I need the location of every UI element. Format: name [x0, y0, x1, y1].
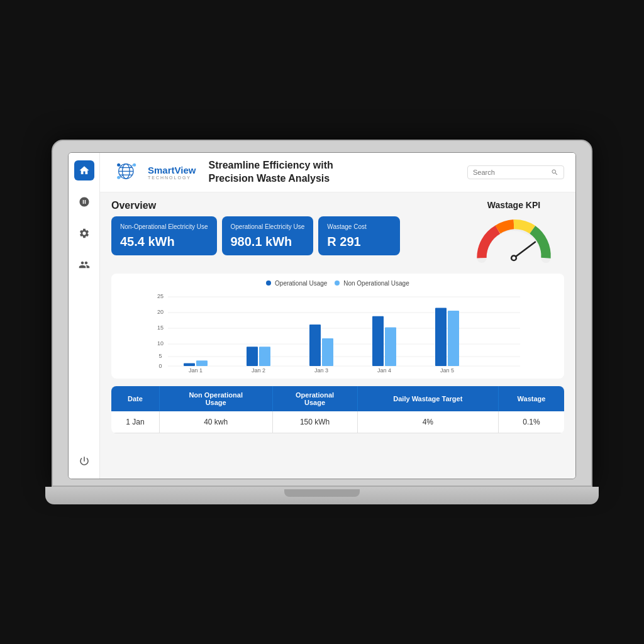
- chart-svg: 25 20 15 10 5 0: [118, 291, 558, 372]
- data-table: Date Non OperationalUsage OperationalUsa…: [111, 386, 564, 433]
- svg-rect-35: [448, 311, 459, 366]
- chart-area: 25 20 15 10 5 0: [118, 291, 558, 372]
- kpi-cards: Non-Operational Electricity Use 45.4 kWh…: [111, 216, 453, 255]
- kpi-card-non-op-value: 45.4 kWh: [120, 235, 208, 249]
- sidebar-icon-power[interactable]: [74, 451, 94, 471]
- svg-text:20: 20: [157, 309, 164, 315]
- legend-non-operational: Non Operational Usage: [335, 280, 409, 287]
- laptop-notch: [284, 489, 360, 497]
- svg-text:10: 10: [157, 340, 164, 347]
- svg-text:Jan 1: Jan 1: [189, 367, 203, 372]
- svg-rect-30: [309, 325, 321, 366]
- logo-brand: SmartView: [148, 165, 196, 175]
- table-header: Date Non OperationalUsage OperationalUsa…: [111, 386, 564, 411]
- logo-subtext: TECHNOLOGY: [148, 175, 196, 180]
- kpi-card-op-label: Operational Electricity Use: [231, 223, 305, 231]
- col-non-op: Non OperationalUsage: [159, 386, 272, 411]
- cell-op: 150 kWh: [272, 411, 357, 433]
- sidebar-icon-users[interactable]: [74, 255, 94, 275]
- wastage-kpi-title: Wastage KPI: [487, 200, 540, 210]
- col-date: Date: [111, 386, 159, 411]
- svg-rect-28: [247, 347, 258, 366]
- chart-legend: Operational Usage Non Operational Usage: [118, 280, 558, 287]
- kpi-card-non-op-label: Non-Operational Electricity Use: [120, 223, 208, 231]
- page-title: Streamline Efficiency with Precision Was…: [208, 159, 467, 186]
- svg-text:5: 5: [158, 353, 162, 359]
- svg-point-13: [512, 256, 515, 259]
- svg-rect-32: [372, 316, 384, 365]
- search-box[interactable]: [467, 165, 564, 179]
- svg-point-6: [133, 164, 136, 167]
- table-row: 1 Jan 40 kwh 150 kWh 4% 0.1%: [111, 411, 564, 433]
- col-target: Daily Wastage Target: [357, 386, 498, 411]
- kpi-card-op-value: 980.1 kWh: [231, 235, 305, 249]
- search-input[interactable]: [473, 169, 548, 176]
- legend-operational: Operational Usage: [266, 280, 327, 287]
- svg-text:Jan 3: Jan 3: [314, 367, 328, 372]
- kpi-card-op: Operational Electricity Use 980.1 kWh: [222, 216, 314, 255]
- svg-text:0: 0: [158, 363, 162, 369]
- header-title: Streamline Efficiency with Precision Was…: [196, 159, 467, 186]
- sidebar-icon-home[interactable]: [74, 160, 94, 180]
- cell-non-op: 40 kwh: [159, 411, 272, 433]
- cell-date: 1 Jan: [111, 411, 159, 433]
- chart-section: Operational Usage Non Operational Usage …: [111, 274, 564, 379]
- col-op: OperationalUsage: [272, 386, 357, 411]
- svg-rect-34: [435, 308, 447, 365]
- table-body: 1 Jan 40 kwh 150 kWh 4% 0.1%: [111, 411, 564, 433]
- svg-point-5: [117, 164, 120, 167]
- logo-text-block: SmartView TECHNOLOGY: [148, 165, 196, 180]
- wastage-kpi-section: Wastage KPI: [464, 200, 564, 266]
- overview-kpi-row: Overview Non-Operational Electricity Use…: [111, 200, 564, 266]
- gauge-svg: [467, 213, 561, 266]
- kpi-card-cost-value: R 291: [327, 235, 391, 249]
- svg-line-11: [514, 242, 535, 258]
- cell-target: 4%: [357, 411, 498, 433]
- logo-view: View: [175, 165, 196, 175]
- svg-rect-33: [385, 327, 396, 366]
- legend-dot-non-operational: [335, 280, 340, 286]
- overview-label: Overview: [111, 200, 453, 211]
- main-content: SmartView TECHNOLOGY Streamline Efficien…: [100, 153, 575, 479]
- sidebar-icon-settings[interactable]: [74, 223, 94, 243]
- laptop-wrapper: SmartView TECHNOLOGY Streamline Efficien…: [52, 140, 592, 504]
- svg-rect-27: [196, 360, 208, 366]
- svg-point-7: [117, 176, 120, 179]
- gauge-container: [467, 213, 561, 266]
- laptop-screen-inner: SmartView TECHNOLOGY Streamline Efficien…: [68, 152, 576, 479]
- overview-section: Overview Non-Operational Electricity Use…: [111, 200, 453, 255]
- svg-rect-26: [184, 363, 195, 365]
- col-wastage: Wastage: [498, 386, 564, 411]
- laptop-screen-outer: SmartView TECHNOLOGY Streamline Efficien…: [52, 140, 592, 487]
- svg-text:Jan 4: Jan 4: [377, 367, 391, 372]
- svg-text:Jan 5: Jan 5: [440, 367, 454, 372]
- svg-text:Jan 2: Jan 2: [252, 367, 265, 372]
- laptop-base: [45, 487, 599, 504]
- svg-rect-31: [322, 338, 333, 366]
- legend-dot-operational: [266, 280, 271, 286]
- logo-icon: [111, 160, 143, 185]
- logo-smart: Smart: [148, 165, 175, 175]
- search-icon: [551, 169, 558, 176]
- kpi-card-cost: Wastage Cost R 291: [318, 216, 400, 255]
- svg-text:15: 15: [157, 325, 164, 331]
- svg-rect-29: [259, 347, 270, 366]
- logo-area: SmartView TECHNOLOGY: [111, 160, 196, 185]
- sidebar: [69, 153, 100, 479]
- table-header-row: Date Non OperationalUsage OperationalUsa…: [111, 386, 564, 411]
- kpi-card-cost-label: Wastage Cost: [327, 223, 391, 231]
- svg-text:25: 25: [157, 293, 164, 299]
- dashboard-body: Overview Non-Operational Electricity Use…: [100, 192, 575, 441]
- kpi-card-non-op: Non-Operational Electricity Use 45.4 kWh: [111, 216, 217, 255]
- sidebar-icon-gauge[interactable]: [74, 192, 94, 212]
- cell-wastage: 0.1%: [498, 411, 564, 433]
- header: SmartView TECHNOLOGY Streamline Efficien…: [100, 153, 575, 192]
